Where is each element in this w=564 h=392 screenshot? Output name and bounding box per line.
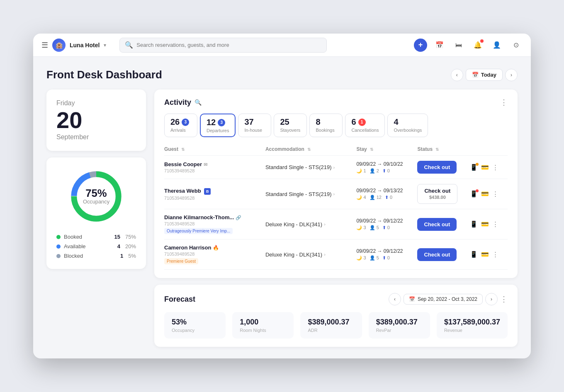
- stat-tab-inhouse[interactable]: 37 In-house: [238, 114, 271, 137]
- legend-available: Available 4 20%: [56, 243, 136, 249]
- activity-card: Activity 🔍 ⋮ 26 3 Arrivals: [154, 90, 518, 278]
- card-icon[interactable]: 💳: [481, 190, 489, 198]
- page-title: Front Desk Dashboard: [46, 68, 162, 81]
- svg-text:Occupancy: Occupancy: [83, 198, 110, 205]
- menu-icon[interactable]: ☰: [41, 41, 48, 50]
- chevron-down-icon[interactable]: ▾: [104, 42, 106, 48]
- forecast-more-icon[interactable]: ⋮: [500, 295, 508, 304]
- stat-tab-stayovers[interactable]: 25 Stayovers: [274, 114, 307, 137]
- forecast-room-nights: 1,000 Room Nights: [232, 312, 294, 339]
- forecast-occupancy: 53% Occupancy: [164, 312, 226, 339]
- bell-icon[interactable]: 🔔: [471, 39, 484, 52]
- forecast-stats: 53% Occupancy 1,000 Room Nights $389,000…: [164, 312, 508, 339]
- date-card: Friday 20 September: [46, 90, 146, 151]
- checkout-button[interactable]: Check out: [417, 161, 457, 174]
- forecast-prev-button[interactable]: ‹: [389, 293, 401, 305]
- search-bar[interactable]: 🔍: [119, 38, 327, 53]
- more-row-icon[interactable]: ⋮: [492, 190, 498, 198]
- row-actions: 📱 💳 ⋮: [470, 164, 508, 171]
- date-navigation: ‹ 📅 Today ›: [451, 69, 518, 81]
- forecast-revpar: $389,000.37 RevPar: [369, 312, 430, 339]
- day-number: 20: [56, 109, 136, 132]
- guest-tag: Premiere Guest: [164, 258, 198, 264]
- stay-dates: 09/09/22 → 09/12/22: [356, 248, 417, 254]
- fire-icon: 🔥: [213, 245, 219, 251]
- calendar-small-icon: 📅: [472, 72, 479, 78]
- checkout-button[interactable]: Check out: [417, 248, 457, 261]
- room-arrow-icon: ›: [333, 191, 335, 196]
- prev-date-button[interactable]: ‹: [451, 69, 463, 81]
- forecast-revenue: $137,589,000.37 Revenue: [437, 312, 508, 339]
- forecast-next-button[interactable]: ›: [485, 293, 498, 305]
- guest-phone: 710539489528: [164, 252, 265, 256]
- table-row: Cameron Harrison 🔥 710539489528 Premiere…: [164, 240, 508, 270]
- more-row-icon[interactable]: ⋮: [492, 220, 498, 228]
- occupancy-card: 75% Occupancy Booked 15 75%: [46, 157, 146, 269]
- card-icon[interactable]: 💳: [481, 164, 489, 171]
- hotel-logo: 🏨: [52, 39, 66, 52]
- room-arrow-icon: ›: [324, 252, 326, 257]
- guest-name: Theresa Webb B: [164, 188, 265, 195]
- stat-tab-bookings[interactable]: 8 Bookings: [309, 114, 343, 137]
- legend-blocked: Blocked 1 5%: [56, 253, 136, 259]
- top-nav: ☰ 🏨 Luna Hotel ▾ 🔍 + 📅 🛏 🔔 👤 ⊙: [33, 34, 531, 57]
- row-actions: 📱 💳 ⋮: [470, 251, 508, 258]
- svg-text:75%: 75%: [85, 187, 107, 199]
- stay-dates: 09/09/22 → 09/10/22: [356, 161, 417, 167]
- guest-phone: 710539489528: [164, 221, 265, 226]
- guests-table: Guest ⇅ Accommodation ⇅ Stay ⇅ Status ⇅: [164, 144, 508, 270]
- calendar-icon[interactable]: 📅: [433, 39, 446, 52]
- room-info: Deluxe King - DLK(341) ›: [265, 252, 357, 258]
- search-input[interactable]: [136, 42, 321, 48]
- stat-tab-cancellations[interactable]: 6 1 Cancellations: [345, 114, 385, 137]
- device-icon[interactable]: 📱: [470, 251, 478, 258]
- day-of-week: Friday: [56, 99, 136, 107]
- stat-tab-arrivals[interactable]: 26 3 Arrivals: [164, 114, 197, 137]
- checkout-button[interactable]: Check out $438.00: [417, 184, 457, 204]
- email-icon: ✉: [204, 162, 207, 167]
- add-button[interactable]: +: [414, 39, 427, 52]
- card-icon[interactable]: 💳: [481, 251, 489, 258]
- profile-icon[interactable]: 👤: [490, 39, 503, 52]
- guest-tag: Outrageously Premiere Very Imp...: [164, 228, 233, 234]
- table-row: Dianne Kilmarnock-Thom... 🔗 710539489528…: [164, 209, 508, 240]
- calendar-icon-small: 📅: [409, 296, 415, 302]
- device-icon[interactable]: 📱: [470, 190, 478, 198]
- stat-tab-overbookings[interactable]: 4 Overbookings: [387, 114, 428, 137]
- user-icon[interactable]: ⊙: [509, 39, 523, 52]
- legend-booked: Booked 15 75%: [56, 234, 136, 240]
- col-status: Status ⇅: [417, 144, 470, 156]
- activity-search-icon[interactable]: 🔍: [194, 99, 202, 106]
- guest-phone: 710539489528: [164, 196, 265, 201]
- next-date-button[interactable]: ›: [505, 69, 518, 81]
- card-icon[interactable]: 💳: [481, 220, 489, 228]
- search-icon: 🔍: [125, 41, 133, 49]
- room-info: Standard Single - STS(219) ›: [265, 164, 357, 170]
- forecast-adr: $389,000.37 ADR: [300, 312, 362, 339]
- device-icon[interactable]: 📱: [470, 220, 478, 228]
- stats-tabs: 26 3 Arrivals 12 3 Departures: [164, 114, 508, 137]
- device-icon[interactable]: 📱: [470, 164, 478, 171]
- col-accommodation: Accommodation ⇅: [265, 144, 357, 156]
- checkout-button[interactable]: Check out: [417, 218, 457, 231]
- guest-phone: 710539489528: [164, 168, 265, 173]
- more-row-icon[interactable]: ⋮: [492, 164, 498, 171]
- occupancy-legend: Booked 15 75% Available 4 20% Bloc: [56, 234, 136, 259]
- forecast-date-nav: ‹ 📅 Sep 20, 2022 - Oct 3, 2022 › ⋮: [389, 293, 508, 305]
- forecast-date-range: 📅 Sep 20, 2022 - Oct 3, 2022: [404, 294, 483, 305]
- room-info: Deluxe King - DLK(341) ›: [265, 221, 357, 227]
- guest-name: Bessie Cooper ✉: [164, 161, 265, 167]
- guest-name: Dianne Kilmarnock-Thom... 🔗: [164, 214, 265, 220]
- room-arrow-icon: ›: [324, 222, 326, 227]
- room-info: Standard Single - STS(219) ›: [265, 191, 357, 197]
- forecast-title: Forecast: [164, 295, 195, 304]
- rooms-icon[interactable]: 🛏: [452, 39, 465, 52]
- row-actions: 📱 💳 ⋮: [470, 220, 508, 228]
- stay-dates: 09/09/22 → 09/13/22: [356, 188, 417, 194]
- more-row-icon[interactable]: ⋮: [492, 251, 498, 258]
- activity-more-icon[interactable]: ⋮: [500, 98, 508, 107]
- today-button[interactable]: 📅 Today: [466, 69, 503, 81]
- stat-tab-departures[interactable]: 12 3 Departures: [200, 114, 236, 137]
- col-guest: Guest ⇅: [164, 144, 265, 156]
- stay-dates: 09/09/22 → 09/12/22: [356, 218, 417, 224]
